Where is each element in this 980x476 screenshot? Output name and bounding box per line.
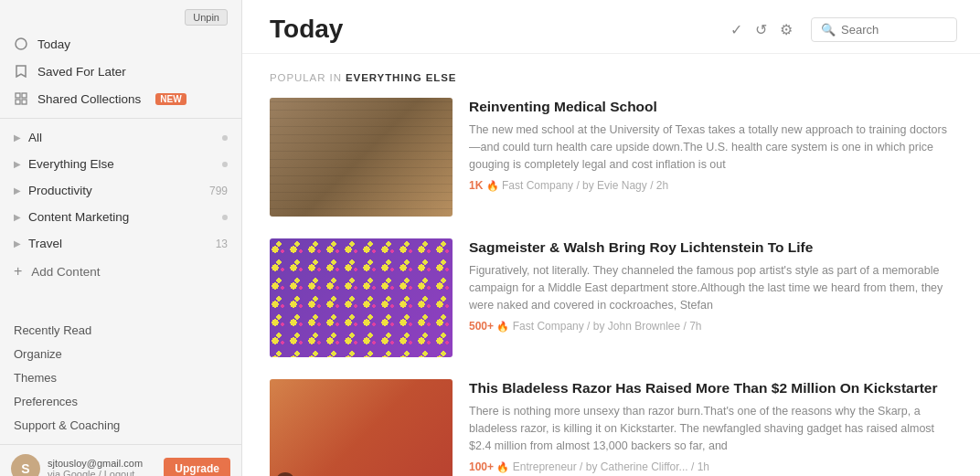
sidebar-item-saved[interactable]: Saved For Later [0, 58, 241, 85]
avatar: S [11, 454, 40, 476]
everything-else-dot [222, 162, 228, 167]
section-label: POPULAR IN EVERYTHING ELSE [270, 72, 953, 83]
sidebar-item-add-content[interactable]: + Add Content [0, 257, 241, 286]
preferences-link[interactable]: Preferences [14, 392, 228, 411]
settings-icon[interactable]: ⚙ [780, 21, 793, 38]
sidebar-item-content-marketing[interactable]: ▶ Content Marketing [0, 204, 241, 230]
article-meta: 1K 🔥 Fast Company / by Evie Nagy / 2h [469, 179, 953, 192]
article-source: Fast Company [502, 179, 573, 192]
unpin-button[interactable]: Unpin [185, 9, 228, 26]
article-thumbnail[interactable] [270, 98, 453, 217]
article-time: 7h [689, 320, 701, 333]
recently-read-link[interactable]: Recently Read [14, 321, 228, 340]
plus-icon: + [14, 263, 22, 280]
article-content: This Bladeless Razor Has Raised More Tha… [469, 379, 953, 473]
article-author: John Brownlee [608, 320, 680, 333]
productivity-count: 799 [209, 185, 228, 197]
article-count: 1K [469, 179, 483, 192]
chevron-icon: ▶ [14, 132, 21, 143]
upgrade-button[interactable]: Upgrade [164, 458, 230, 476]
main-body: POPULAR IN EVERYTHING ELSE Reinventing M… [242, 54, 980, 476]
content-marketing-label: Content Marketing [28, 210, 129, 224]
section-name: EVERYTHING ELSE [346, 72, 456, 83]
today-label: Today [37, 37, 70, 51]
article-time: 1h [698, 460, 709, 473]
article-item: Sagmeister & Walsh Bring Roy Lichtenstei… [270, 238, 953, 357]
sidebar-nav: Today Saved For Later Shared Collections… [0, 30, 241, 293]
fire-icon: 🔥 [496, 321, 509, 332]
saved-label: Saved For Later [37, 65, 126, 79]
sidebar-item-shared[interactable]: Shared Collections NEW [0, 85, 241, 112]
sidebar-top: Unpin [0, 0, 241, 30]
search-box[interactable]: 🔍 [811, 17, 957, 42]
circle-icon [14, 37, 28, 51]
article-meta: 100+ 🔥 Entrepreneur / by Catherine Cliff… [469, 460, 953, 473]
article-title[interactable]: Reinventing Medical School [469, 98, 953, 116]
thumb-visual [270, 379, 453, 476]
main-content: Today ✓ ↺ ⚙ 🔍 POPULAR IN EVERYTHING ELSE… [242, 0, 980, 476]
article-count: 100+ [469, 460, 494, 473]
article-author: Evie Nagy [597, 179, 647, 192]
article-source: Fast Company [513, 320, 584, 333]
travel-count: 13 [216, 238, 228, 250]
footer-user: sjtousloy@gmail.com via Google / Logout [48, 458, 156, 476]
sidebar-links: Recently Read Organize Themes Preference… [0, 312, 241, 444]
productivity-label: Productivity [28, 184, 92, 197]
sidebar-item-today[interactable]: Today [0, 30, 241, 58]
refresh-icon[interactable]: ↺ [755, 21, 767, 38]
content-marketing-dot [222, 215, 228, 220]
article-thumbnail[interactable] [270, 238, 453, 357]
thumb-visual [270, 98, 453, 217]
chevron-icon: ▶ [14, 212, 21, 222]
travel-label: Travel [28, 237, 62, 250]
chevron-icon: ▶ [14, 238, 21, 249]
sidebar-item-all[interactable]: ▶ All [0, 124, 241, 151]
article-item: ▶ This Bladeless Razor Has Raised More T… [270, 379, 953, 476]
article-title[interactable]: This Bladeless Razor Has Raised More Tha… [469, 379, 953, 397]
article-count: 500+ [469, 320, 494, 333]
grid-icon [14, 91, 28, 106]
sidebar-item-everything-else[interactable]: ▶ Everything Else [0, 151, 241, 177]
footer-logout[interactable]: via Google / Logout [48, 469, 156, 476]
check-icon[interactable]: ✓ [730, 21, 742, 38]
chevron-icon: ▶ [14, 159, 21, 169]
section-prefix: POPULAR IN [270, 72, 342, 83]
thumb-visual [270, 238, 453, 357]
search-input[interactable] [841, 23, 947, 37]
article-source: Entrepreneur [513, 460, 577, 473]
article-content: Sagmeister & Walsh Bring Roy Lichtenstei… [469, 238, 953, 333]
article-author: Catherine Cliffor... [601, 460, 688, 473]
add-content-label: Add Content [31, 265, 100, 279]
sidebar: Unpin Today Saved For Later [0, 0, 242, 476]
all-dot [222, 135, 228, 141]
bookmark-icon [14, 64, 28, 79]
shared-label: Shared Collections [37, 92, 141, 106]
sidebar-item-productivity[interactable]: ▶ Productivity 799 [0, 177, 241, 204]
article-title[interactable]: Sagmeister & Walsh Bring Roy Lichtenstei… [469, 238, 953, 257]
organize-link[interactable]: Organize [14, 344, 228, 364]
article-time: 2h [656, 179, 668, 192]
chevron-icon: ▶ [14, 185, 21, 196]
support-link[interactable]: Support & Coaching [14, 416, 228, 435]
search-icon: 🔍 [821, 23, 836, 37]
article-description: The new med school at the University of … [469, 122, 953, 173]
svg-rect-3 [16, 100, 20, 104]
svg-rect-4 [22, 100, 27, 104]
themes-link[interactable]: Themes [14, 368, 228, 387]
article-thumbnail[interactable]: ▶ [270, 379, 453, 476]
sidebar-divider-1 [0, 118, 241, 119]
article-meta: 500+ 🔥 Fast Company / by John Brownlee /… [469, 320, 953, 333]
article-description: Figuratively, not literally. They channe… [469, 262, 953, 313]
article-content: Reinventing Medical School The new med s… [469, 98, 953, 192]
header-icons: ✓ ↺ ⚙ [730, 21, 793, 38]
fire-icon: 🔥 [496, 461, 509, 472]
article-item: Reinventing Medical School The new med s… [270, 98, 953, 217]
footer-email: sjtousloy@gmail.com [48, 458, 156, 469]
all-label: All [28, 131, 42, 144]
fire-icon: 🔥 [486, 180, 499, 191]
sidebar-item-travel[interactable]: ▶ Travel 13 [0, 230, 241, 257]
svg-point-0 [16, 38, 27, 49]
main-header: Today ✓ ↺ ⚙ 🔍 [242, 0, 980, 54]
article-description: There is nothing more unsexy than razor … [469, 403, 953, 454]
page-title: Today [270, 15, 721, 44]
